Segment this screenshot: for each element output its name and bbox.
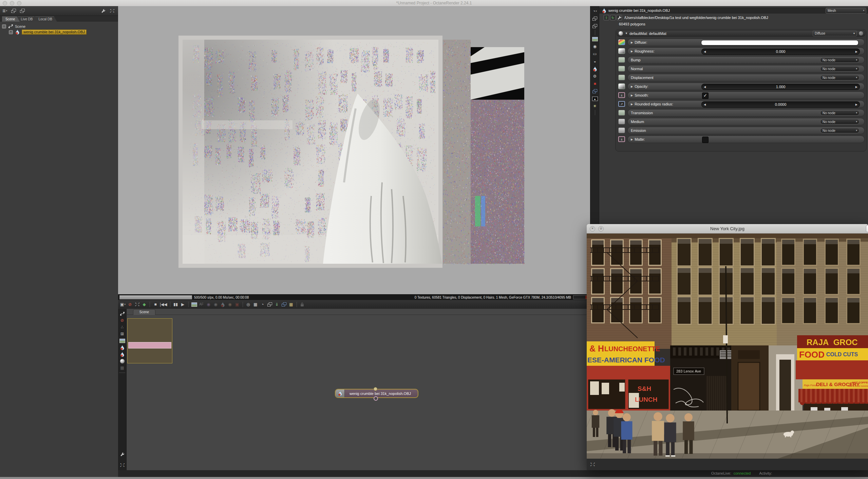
- photo-canvas[interactable]: [587, 234, 868, 459]
- red-cube-icon[interactable]: ■: [592, 81, 598, 86]
- reload-node-icon[interactable]: ↻: [610, 15, 616, 20]
- sun-light-icon[interactable]: ☀: [592, 103, 598, 109]
- material-header[interactable]: ▼ defaultMat: defaultMat Diffuse▾: [617, 30, 865, 37]
- link-nodes-icon[interactable]: [119, 311, 125, 316]
- export-node-icon[interactable]: ⇧: [604, 15, 609, 20]
- paste-item-icon[interactable]: [20, 8, 25, 14]
- frame-nodes-icon[interactable]: ⊞: [119, 331, 125, 337]
- smooth-checkbox[interactable]: ✓: [702, 93, 709, 99]
- displacement-node-dropdown[interactable]: No node▾: [820, 75, 860, 80]
- wrench-icon[interactable]: [100, 8, 106, 14]
- render-passes-icon[interactable]: ◔▾: [592, 8, 598, 14]
- wrench-icon[interactable]: [119, 452, 125, 457]
- param-medium[interactable]: MediumNo node▾: [627, 118, 865, 125]
- param-matte[interactable]: ▶Matte:: [627, 136, 865, 143]
- save-image-icon[interactable]: [592, 36, 598, 42]
- film-settings-icon[interactable]: ▦: [253, 302, 258, 307]
- outliner-tab-live-db[interactable]: Live DB: [17, 16, 37, 22]
- bump-node-dropdown[interactable]: No node▾: [820, 57, 860, 63]
- outliner-tab-scene[interactable]: Scene: [2, 16, 20, 22]
- material-type-dropdown[interactable]: Diffuse▾: [813, 31, 857, 36]
- pixel-picker-icon[interactable]: ▣: [234, 302, 240, 307]
- save-image-icon[interactable]: ⇓: [274, 302, 280, 307]
- node-tools-icon[interactable]: ⚙: [592, 74, 598, 79]
- white-balance-picker-icon[interactable]: ◉: [206, 302, 211, 307]
- compression-icon[interactable]: ◆: [141, 302, 147, 307]
- param-displacement[interactable]: DisplacementNo node▾: [627, 74, 865, 81]
- fullscreen-icon[interactable]: ↖↗↙↘: [590, 462, 595, 466]
- graph-minimap[interactable]: [127, 318, 172, 363]
- open-button[interactable]: Öff: [866, 225, 868, 232]
- param-opacity[interactable]: ▶Opacity:◀1.000▶: [627, 83, 865, 90]
- material-options-button[interactable]: [858, 31, 864, 36]
- render-viewport[interactable]: [118, 6, 590, 294]
- image-viewer-titlebar[interactable]: ✕ ⊘ New York City.jpg Öff: [587, 224, 868, 234]
- mesh-node-icon[interactable]: [119, 345, 125, 350]
- normal-node-dropdown[interactable]: No node▾: [820, 66, 860, 72]
- render-canvas[interactable]: [118, 6, 590, 294]
- lens-settings-icon[interactable]: ◎: [246, 302, 251, 307]
- slider-increment[interactable]: ▶: [853, 50, 860, 53]
- param-diffuse[interactable]: ▶Diffuse:: [627, 39, 865, 46]
- param-rounded-edges-radius[interactable]: ▶Rounded edges radius:◀0.0000▶: [627, 100, 865, 108]
- fit-view-icon[interactable]: ↖↗↙↘: [134, 302, 140, 307]
- material-picker-icon[interactable]: ◉: [213, 302, 219, 307]
- copy-image-icon[interactable]: [267, 302, 272, 307]
- unlink-nodes-icon[interactable]: ⊘: [119, 318, 125, 323]
- play-render-icon[interactable]: ▶: [180, 302, 186, 307]
- camera-target-picker-icon[interactable]: ◉: [227, 302, 233, 307]
- slider-increment[interactable]: ▶: [853, 103, 860, 106]
- tree-item-scene[interactable]: − Scene: [2, 23, 118, 29]
- turntable-icon[interactable]: ◒: [592, 59, 598, 64]
- camera-icon[interactable]: ◉: [592, 44, 598, 49]
- preview-node-icon[interactable]: [119, 352, 125, 357]
- clone-window-icon[interactable]: [592, 16, 598, 21]
- node-graph-panel[interactable]: ⊘∴⊞▦↖↗↙↘ Scene wenig crumble bei 31k_nop…: [118, 308, 599, 471]
- image-viewer-window[interactable]: ✕ ⊘ New York City.jpg Öff ↖↗↙↘: [587, 224, 868, 470]
- node-type-dropdown[interactable]: Mesh▾: [826, 8, 866, 14]
- histogram-icon[interactable]: ▲: [592, 96, 598, 101]
- roughness-slider[interactable]: ◀0.000▶: [701, 48, 860, 55]
- param-emission[interactable]: EmissionNo node▾: [627, 127, 865, 134]
- slider-decrement[interactable]: ◀: [702, 85, 708, 88]
- slider-decrement[interactable]: ◀: [702, 50, 708, 53]
- collapse-expander[interactable]: −: [2, 24, 6, 28]
- object-picker-icon[interactable]: [220, 302, 226, 307]
- param-normal[interactable]: NormalNo node▾: [627, 65, 865, 73]
- param-transmission[interactable]: TransmissionNo node▾: [627, 109, 865, 117]
- slider-decrement[interactable]: ◀: [702, 103, 708, 106]
- speed-gauge-icon[interactable]: ◔: [260, 302, 265, 307]
- region-render-icon[interactable]: [191, 302, 197, 307]
- material-ball-icon[interactable]: [592, 66, 598, 72]
- texture-node-icon[interactable]: ▦: [119, 365, 125, 371]
- lock-resolution-icon[interactable]: [300, 302, 305, 307]
- opacity-slider[interactable]: ◀1.000▶: [701, 84, 860, 90]
- duplicate-window-icon[interactable]: [592, 23, 598, 29]
- discard-render-icon[interactable]: ⊘: [127, 302, 133, 307]
- autofocus-picker-icon[interactable]: AF: [199, 302, 204, 307]
- save-render-state-icon[interactable]: ▣▾: [120, 302, 126, 307]
- arrange-nodes-icon[interactable]: ∴: [119, 324, 125, 330]
- restart-render-icon[interactable]: |◀◀: [160, 302, 167, 307]
- matte-checkbox[interactable]: [702, 137, 709, 143]
- node-output-pin[interactable]: [374, 396, 378, 401]
- fullscreen-icon[interactable]: ↖↗↙↘: [119, 462, 125, 468]
- layer-stack-icon[interactable]: [592, 88, 598, 94]
- medium-node-dropdown[interactable]: No node▾: [820, 119, 860, 124]
- node-input-pin[interactable]: [374, 387, 377, 391]
- tree-item-mesh[interactable]: + wenig crumble bei 31k_nopolish.OBJ: [2, 29, 118, 35]
- param-smooth[interactable]: ▶Smooth:✓: [627, 92, 865, 99]
- window-titlebar[interactable]: *Unnamed Project - OctaneRender 2.24.1: [0, 0, 868, 6]
- stop-render-icon[interactable]: ■: [153, 302, 158, 307]
- background-image-icon[interactable]: ▦: [288, 302, 294, 307]
- param-roughness[interactable]: ▶Roughness:◀0.000▶: [627, 47, 865, 55]
- fullscreen-icon[interactable]: ↖↗↙↘: [109, 8, 115, 14]
- tree-view-icon[interactable]: ≣▾: [2, 8, 7, 14]
- render-target-node-icon[interactable]: [119, 358, 125, 364]
- graph-tab-scene[interactable]: Scene: [133, 309, 155, 315]
- copy-item-icon[interactable]: [11, 8, 16, 14]
- image-stack-icon[interactable]: [281, 302, 287, 307]
- rounded-edges-radius-slider[interactable]: ◀0.0000▶: [701, 101, 860, 107]
- transmission-node-dropdown[interactable]: No node▾: [820, 110, 860, 116]
- slider-increment[interactable]: ▶: [853, 85, 860, 88]
